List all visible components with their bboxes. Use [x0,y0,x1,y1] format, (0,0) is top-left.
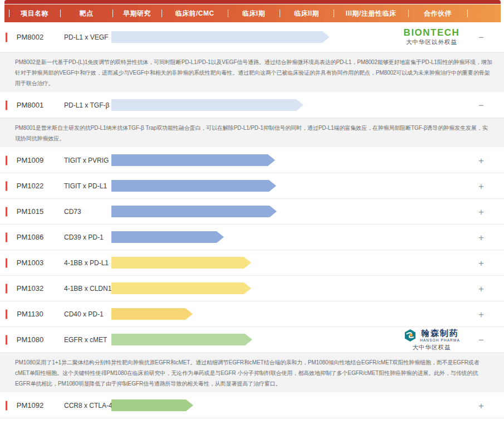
expand-toggle[interactable]: + [476,181,486,191]
row-accent-bar [6,309,7,319]
project-target: PD-L1 x TGF-β [56,101,111,109]
row-accent-bar [6,335,7,344]
expand-toggle[interactable]: + [476,207,486,216]
row-accent-bar [6,32,7,42]
project-target: CD39 x PD-1 [56,233,111,241]
project-name: PM1003 [4,259,56,267]
partner-hansoh: 翰森制药HANSOH PHARMA大中华区权益 [387,328,476,351]
stage-progress-arrow [111,334,252,345]
row-accent-bar [6,100,7,110]
header-top-strip [4,0,501,4]
expand-toggle[interactable]: + [476,284,486,293]
stage-progress-arrow [111,308,193,320]
pipeline-row-PM1022: PM1022TIGIT x PD-L1+ [0,173,504,199]
pipeline-row-PM1032: PM10324-1BB x CLDN18.2+ [0,276,504,301]
row-accent-bar [6,232,7,242]
stage-progress-arrow [111,257,251,269]
pipeline-row-PM8001: PM8001PD-L1 x TGF-β− [0,92,504,118]
stage-progress-arrow [111,99,304,111]
header-col-2: 靶点 [60,4,112,22]
pipeline-row-PM1003: PM10034-1BB x PD-L1+ [0,250,504,276]
collapse-toggle[interactable]: − [476,335,486,344]
pipeline-row-PM1130: PM1130CD40 x PD-1+ [0,301,504,327]
hansoh-logo-subtext: HANSOH PHARMA [420,338,460,342]
project-name: PM1080 [4,335,56,344]
pipeline-row-PM1092: PM1092CCR8 x CTLA-4+ [0,393,504,418]
expand-toggle[interactable]: + [476,401,486,410]
pipeline-row-PM1015: PM1015CD73+ [0,199,504,225]
stage-progress-arrow [111,31,330,43]
expand-toggle[interactable]: + [476,309,486,319]
pipeline-row-PM8002: PM8002PD-L1 x VEGFBIONTECH大中华区以外权益− [0,22,504,52]
pipeline-rows: PM8002PD-L1 x VEGFBIONTECH大中华区以外权益−PM800… [0,22,504,424]
header-end-separator [467,4,468,22]
project-target: TIGIT x PD-L1 [56,182,111,190]
stage-progress-arrow [111,231,224,243]
stage-progress-arrow [111,206,277,217]
partner-rights-label: 大中华区权益 [387,343,476,351]
header-col-4: 临床前/CMC [162,4,228,22]
project-target: 4-1BB x CLDN18.2 [56,285,111,293]
stage-progress-arrow [111,180,276,192]
project-target: CD73 [56,208,111,216]
header-bar: 项目名称靶点早期研究临床前/CMC临床I期临床II期III期/注册性临床合作伙伴 [4,4,501,22]
hansoh-logo: 翰森制药 [421,328,459,338]
project-name: PM1022 [4,182,56,191]
collapse-toggle[interactable]: − [476,32,486,42]
header-col-6: 临床II期 [280,4,334,22]
row-accent-bar [6,258,7,267]
project-name: PM1032 [4,284,56,293]
header-col-5: 临床I期 [228,4,280,22]
expand-toggle[interactable]: + [476,155,486,165]
project-target: TIGIT x PVRIG [56,157,111,164]
project-name: PM8002 [4,33,56,42]
expand-toggle[interactable]: + [476,232,486,242]
project-name: PM8001 [4,101,56,110]
project-target: 4-1BB x PD-L1 [56,259,111,267]
row-accent-bar [6,207,7,216]
row-accent-bar [6,155,7,165]
expand-toggle[interactable]: + [476,258,486,267]
project-target: PD-L1 x VEGF [56,33,111,41]
collapse-toggle[interactable]: − [476,100,486,110]
project-name: PM1086 [4,233,56,242]
row-accent-bar [6,401,7,410]
header-col-7: III期/注册性临床 [334,4,408,22]
project-target: CCR8 x CTLA-4 [56,402,111,410]
header-col-1: 项目名称 [9,4,60,22]
partner-biontech: BIONTECH大中华区以外权益 [387,28,476,47]
row-accent-bar [6,284,7,293]
pipeline-row-Multiple-ADCs: Multiple ADCsEGFR, HER3等+ [0,418,504,424]
header-col-3: 早期研究 [112,4,162,22]
project-target: EGFR x cMET [56,336,111,344]
project-name: PM1092 [4,401,56,410]
stage-progress-arrow [111,282,251,294]
pipeline-row-PM1080: PM1080EGFR x cMET翰森制药HANSOH PHARMA大中华区权益… [0,327,504,353]
stage-progress-arrow [111,154,275,166]
project-description: PM8001是普米斯自主研发的抗PD-L1纳米抗体TGF-β Trap双功能性融… [0,118,504,148]
pipeline-row-PM1086: PM1086CD39 x PD-1+ [0,225,504,250]
partner-rights-label: 大中华区以外权益 [387,38,476,46]
row-accent-bar [6,181,7,191]
pipeline-row-PM1009: PM1009TIGIT x PVRIG+ [0,148,504,173]
project-description: PM1080采用了1+1异二聚体结构分别特异性靶向肿瘤抗原EGFR和cMET。通… [0,353,504,393]
project-description: PM8002是新一代基于PD-(L)1免疫调节的双特异性抗体，可同时阻断PD-L… [0,52,504,92]
pipeline-page: 项目名称靶点早期研究临床前/CMC临床I期临床II期III期/注册性临床合作伙伴… [0,0,504,424]
biontech-logo: BIONTECH [387,28,476,38]
project-name: PM1009 [4,156,56,165]
project-name: PM1015 [4,207,56,216]
project-target: CD40 x PD-1 [56,310,111,318]
header-col-8: 合作伙伴 [408,4,467,22]
hansoh-logo-icon [403,328,417,342]
project-name: PM1130 [4,310,56,319]
stage-progress-arrow [111,399,193,411]
